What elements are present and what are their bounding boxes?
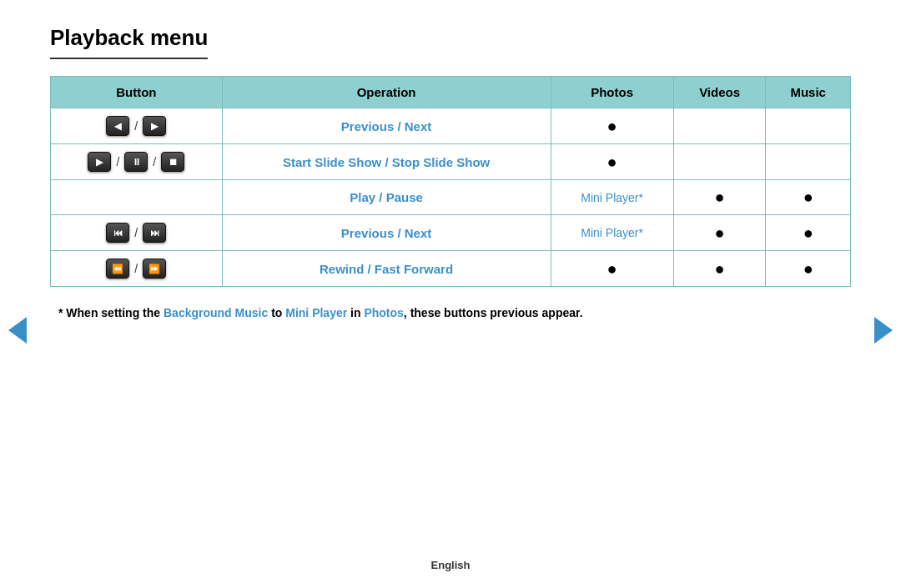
operation-cell-4: Rewind / Fast Forward <box>222 251 551 287</box>
footnote-text-mid1: to <box>268 306 285 319</box>
ff-icon: ⏩ <box>143 259 166 279</box>
music-cell-3: ● <box>766 215 851 251</box>
slash-separator: / <box>116 155 119 168</box>
music-cell-1 <box>766 144 851 180</box>
playback-table: Button Operation Photos Videos Music ◀/▶… <box>50 76 851 287</box>
skip-prev-icon: ⏮ <box>106 223 129 243</box>
play-icon: ▶ <box>88 152 111 172</box>
photos-cell-0: ● <box>551 108 673 144</box>
footnote: * When setting the Background Music to M… <box>50 304 851 322</box>
page-title: Playback menu <box>50 25 208 59</box>
music-cell-0 <box>766 108 851 144</box>
operation-cell-1: Start Slide Show / Stop Slide Show <box>222 144 551 180</box>
slash-separator: / <box>134 226 138 239</box>
footnote-link-mini-player: Mini Player <box>285 306 347 319</box>
next-page-arrow[interactable] <box>874 317 893 344</box>
videos-cell-1 <box>673 144 766 180</box>
photos-cell-2: Mini Player* <box>551 180 673 215</box>
button-cell-0: ◀/▶ <box>51 108 223 144</box>
col-header-videos: Videos <box>673 77 766 108</box>
footnote-link-background-music: Background Music <box>164 306 268 319</box>
slash-separator: / <box>134 119 138 133</box>
videos-cell-0 <box>673 108 766 144</box>
music-cell-2: ● <box>766 180 851 215</box>
videos-cell-2: ● <box>673 180 766 215</box>
col-header-music: Music <box>766 77 851 108</box>
button-cell-2 <box>51 180 223 215</box>
operation-cell-3: Previous / Next <box>222 215 551 251</box>
next-icon: ▶ <box>143 116 166 136</box>
videos-cell-3: ● <box>673 215 766 251</box>
page-content: Playback menu Button Operation Photos Vi… <box>0 0 901 355</box>
col-header-photos: Photos <box>551 77 673 108</box>
pause-icon: ⏸ <box>124 152 148 172</box>
operation-cell-2: Play / Pause <box>222 180 551 215</box>
button-cell-1: ▶/⏸/⏹ <box>51 144 223 180</box>
photos-cell-1: ● <box>551 144 673 180</box>
footnote-text-after: , these buttons previous appear. <box>404 306 583 319</box>
col-header-button: Button <box>51 77 223 108</box>
skip-next-icon: ⏭ <box>143 223 166 243</box>
videos-cell-4: ● <box>673 251 766 287</box>
photos-cell-3: Mini Player* <box>551 215 673 251</box>
photos-cell-4: ● <box>551 251 673 287</box>
slash-separator: / <box>134 262 138 275</box>
footnote-link-photos: Photos <box>364 306 403 319</box>
footnote-text-mid2: in <box>347 306 364 319</box>
music-cell-4: ● <box>766 251 851 287</box>
stop-icon: ⏹ <box>161 152 184 172</box>
button-cell-4: ⏪/⏩ <box>51 251 223 287</box>
prev-icon: ◀ <box>106 116 129 136</box>
prev-page-arrow[interactable] <box>8 317 27 344</box>
operation-cell-0: Previous / Next <box>222 108 551 144</box>
button-cell-3: ⏮/⏭ <box>51 215 223 251</box>
col-header-operation: Operation <box>222 77 551 108</box>
footer-language: English <box>0 559 901 571</box>
footnote-text-before: * When setting the <box>58 306 164 319</box>
slash-separator: / <box>153 155 156 168</box>
rewind-icon: ⏪ <box>106 259 129 279</box>
